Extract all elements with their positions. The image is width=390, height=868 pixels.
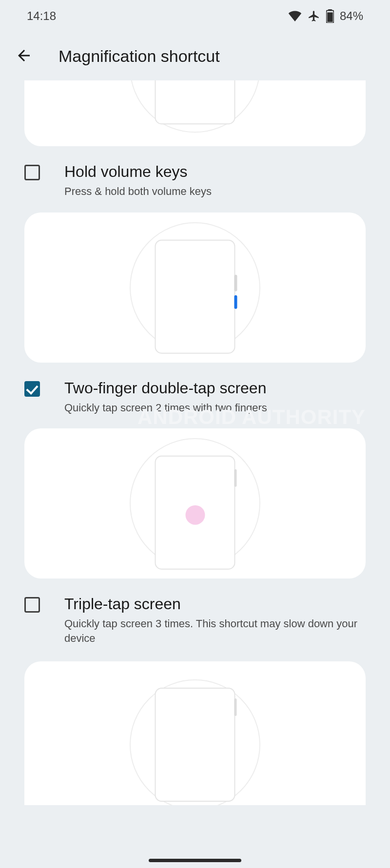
svg-rect-2 (327, 12, 332, 22)
checkbox-hold-volume-keys[interactable] (24, 165, 40, 180)
navigation-handle[interactable] (149, 859, 241, 862)
status-bar: 14:18 84% (0, 0, 390, 32)
checkbox-triple-tap[interactable] (24, 597, 40, 613)
option-title: Triple-tap screen (64, 594, 366, 614)
option-description: Quickly tap screen 2 times with two fing… (64, 401, 366, 415)
option-title: Two-finger double-tap screen (64, 378, 366, 398)
status-icons: 84% (288, 9, 363, 23)
illustration-two-finger-double-tap (24, 428, 366, 579)
option-two-finger-double-tap[interactable]: Two-finger double-tap screen Quickly tap… (0, 363, 390, 424)
page-title: Magnification shortcut (58, 47, 220, 66)
wifi-icon (288, 11, 302, 21)
checkbox-two-finger-double-tap[interactable] (24, 381, 40, 397)
battery-icon (326, 9, 334, 23)
illustration-triple-tap (24, 661, 366, 805)
option-description: Press & hold both volume keys (64, 184, 366, 199)
illustration-hold-volume-keys (24, 212, 366, 363)
battery-percent: 84% (340, 9, 363, 23)
status-time: 14:18 (27, 9, 56, 23)
airplane-icon (308, 10, 320, 22)
content: Hold volume keys Press & hold both volum… (0, 80, 390, 805)
option-hold-volume-keys[interactable]: Hold volume keys Press & hold both volum… (0, 146, 390, 208)
option-triple-tap[interactable]: Triple-tap screen Quickly tap screen 3 t… (0, 579, 390, 654)
back-button[interactable] (14, 46, 34, 66)
option-description: Quickly tap screen 3 times. This shortcu… (64, 617, 366, 645)
option-title: Hold volume keys (64, 162, 366, 181)
illustration-accessibility-button (24, 80, 366, 146)
arrow-left-icon (15, 47, 33, 66)
page-header: Magnification shortcut (0, 32, 390, 80)
